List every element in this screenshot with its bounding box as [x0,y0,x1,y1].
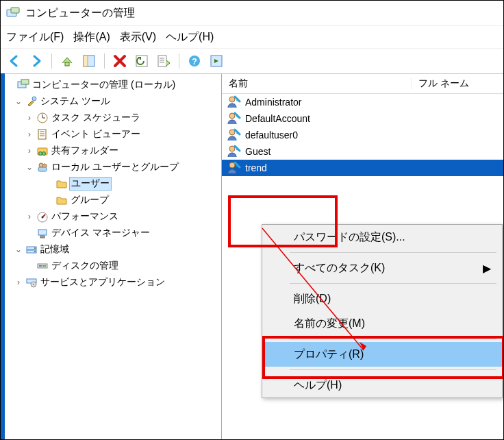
titlebar: コンピューターの管理 [1,1,503,26]
back-button[interactable] [5,51,24,71]
help-button[interactable]: ? [185,51,204,71]
ctx-rename[interactable]: 名前の変更(M) [262,311,502,336]
ctx-help-label: ヘルプ(H) [294,378,342,393]
tree-device-manager[interactable]: デバイス マネージャー [5,225,221,241]
svg-rect-26 [38,167,47,171]
svg-point-34 [34,251,36,252]
show-hide-tree-button[interactable] [79,51,99,71]
ctx-set-password[interactable]: パスワードの設定(S)... [262,225,502,249]
user-row[interactable]: defaultuser0 [222,127,503,143]
tree-system-tools-label: システム ツール [39,95,110,108]
tree-shared-folders-label: 共有フォルダー [50,145,118,157]
export-list-button[interactable] [154,51,173,71]
toolbar: ? [1,49,503,74]
tree-event-viewer-label: イベント ビューアー [50,128,140,140]
ctx-help[interactable]: ヘルプ(H) [262,373,502,398]
event-viewer-icon [36,128,49,140]
svg-point-22 [39,152,42,156]
column-name[interactable]: 名前 [222,77,412,90]
menu-file[interactable]: ファイル(F) [6,30,64,45]
tree-services-apps-label: サービスとアプリケーション [39,276,165,289]
user-name: Guest [244,146,270,157]
svg-rect-30 [40,236,45,238]
menu-view[interactable]: 表示(V) [120,30,156,45]
expander-icon[interactable]: › [24,146,35,156]
svg-point-15 [32,97,36,101]
tree-event-viewer[interactable]: › イベント ビューアー [5,126,221,143]
expander-icon[interactable]: ⌄ [24,162,35,172]
ctx-delete[interactable]: 削除(D) [262,286,502,311]
ctx-rename-label: 名前の変更(M) [294,317,365,331]
menu-help[interactable]: ヘルプ(H) [166,30,214,45]
svg-point-43 [229,130,235,135]
window-title: コンピューターの管理 [25,6,135,21]
system-tools-icon [25,95,38,108]
show-hide-action-pane-button[interactable] [207,51,226,71]
user-list: AdministratorDefaultAccountdefaultuser0G… [222,94,503,176]
tree-disk-management[interactable]: ディスクの管理 [5,258,221,274]
forward-button[interactable] [27,51,46,71]
toolbar-separator [104,53,105,69]
tree-users[interactable]: ユーザー [5,175,221,192]
ctx-properties[interactable]: プロパティ(R) [262,342,502,367]
folder-icon [55,178,68,190]
refresh-button[interactable] [132,51,151,71]
device-manager-icon [36,227,49,239]
services-apps-icon [25,276,38,289]
tree-disk-management-label: ディスクの管理 [50,260,118,272]
user-row[interactable]: Administrator [222,94,503,110]
tree-groups[interactable]: グループ [5,192,221,208]
svg-point-44 [229,146,235,151]
expander-icon[interactable]: › [24,130,35,139]
expander-icon[interactable]: › [13,278,24,287]
svg-rect-6 [158,56,166,66]
ctx-all-tasks[interactable]: すべてのタスク(K)▶ [262,256,502,280]
expander-icon[interactable]: ⌄ [13,97,24,106]
ctx-separator [290,339,496,339]
user-row[interactable]: DefaultAccount [222,110,503,127]
user-row[interactable]: trend [222,160,503,176]
ctx-separator [290,283,496,284]
user-row[interactable]: Guest [222,143,503,160]
folder-icon [55,194,68,206]
svg-point-40 [33,284,34,285]
user-icon [226,160,241,175]
column-fullname[interactable]: フル ネーム [412,77,476,90]
tree-pane: コンピューターの管理 (ローカル) ⌄ システム ツール › タスク スケジュー… [1,74,222,440]
delete-button[interactable] [110,51,129,71]
tree-local-users-groups[interactable]: ⌄ ローカル ユーザーとグループ [5,159,221,175]
menu-action[interactable]: 操作(A) [73,30,110,45]
toolbar-separator [179,53,179,69]
ctx-separator [290,369,496,370]
performance-icon [36,210,49,223]
shared-folders-icon [36,145,49,157]
tree-root[interactable]: コンピューターの管理 (ローカル) [5,77,221,93]
expander-icon[interactable]: › [24,113,35,123]
svg-point-45 [229,162,235,168]
up-button[interactable] [58,51,77,71]
tree-performance-label: パフォーマンス [50,210,118,223]
menubar: ファイル(F) 操作(A) 表示(V) ヘルプ(H) [1,26,503,49]
tree-task-scheduler[interactable]: › タスク スケジューラ [5,110,221,126]
ctx-set-password-label: パスワードの設定(S)... [294,230,405,245]
svg-rect-14 [21,80,29,84]
tree-users-label: ユーザー [69,177,112,191]
expander-icon[interactable]: › [24,212,35,221]
svg-rect-4 [84,56,88,66]
expander-icon[interactable]: ⌄ [13,245,24,254]
tree-shared-folders[interactable]: › 共有フォルダー [5,143,221,159]
submenu-arrow-icon: ▶ [483,262,491,275]
user-name: Administrator [244,97,301,108]
tree-services-apps[interactable]: › サービスとアプリケーション [5,274,221,291]
storage-icon [25,243,38,256]
tree-storage[interactable]: ⌄ 記憶域 [5,241,221,258]
svg-point-41 [229,97,235,102]
tree-performance[interactable]: › パフォーマンス [5,208,221,225]
svg-point-33 [34,247,36,249]
tree-device-manager-label: デバイス マネージャー [50,227,150,239]
tree-local-users-groups-label: ローカル ユーザーとグループ [50,161,179,173]
tree-system-tools[interactable]: ⌄ システム ツール [5,93,221,110]
toolbar-separator [51,53,52,69]
window-computer-management: コンピューターの管理 ファイル(F) 操作(A) 表示(V) ヘルプ(H) [0,0,504,440]
computer-management-icon [17,79,29,91]
